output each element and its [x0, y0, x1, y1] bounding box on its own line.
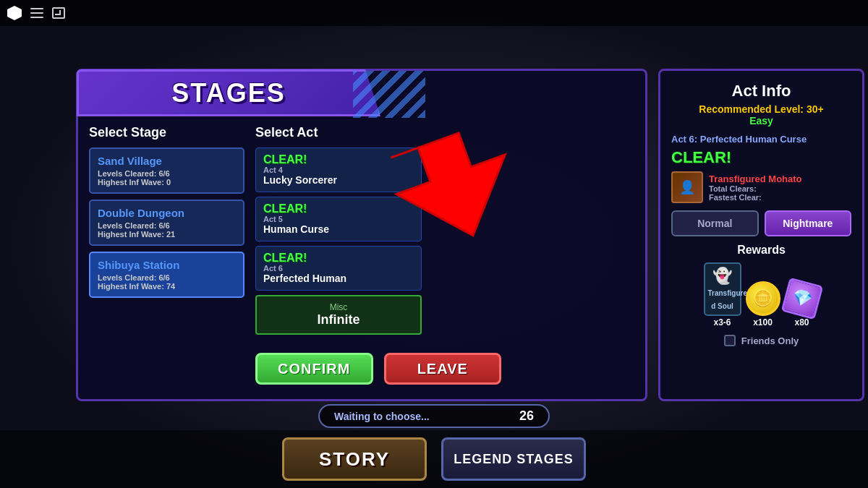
stage-stat-dd-wave: Highest Inf Wave: 21: [98, 230, 236, 239]
act-item-misc[interactable]: Misc Infinite: [255, 295, 422, 335]
leave-button[interactable]: LEAVE: [384, 353, 502, 385]
gem-icon: 💎: [780, 278, 823, 320]
act5-label: Act 5: [263, 215, 414, 223]
rewards-title: Rewards: [671, 244, 851, 257]
act4-name: Lucky Sorcerer: [263, 174, 414, 186]
stage-stat-dd-levels: Levels Cleared: 6/6: [98, 221, 236, 230]
confirm-button[interactable]: CONFIRM: [255, 353, 373, 385]
act-info-level: Recommended Level: 30+: [671, 103, 851, 115]
act-misc-label: Misc: [264, 302, 413, 312]
stages-title: STAGES: [171, 78, 285, 108]
grid-icon[interactable]: [52, 7, 65, 19]
act5-clear-badge: CLEAR!: [263, 203, 414, 215]
friends-only-row: Friends Only: [671, 335, 851, 346]
player-count: 26: [519, 408, 534, 424]
stage-name-shibuya: Shibuya Station: [98, 259, 236, 271]
stage-stat-sand-wave: Highest Inf Wave: 0: [98, 178, 236, 187]
enemy-row: 👤 Transfigured Mohato Total Clears: Fast…: [671, 171, 851, 203]
total-clears-label: Total Clears:: [709, 184, 802, 193]
top-bar: [0, 0, 868, 26]
soul-count: x3-6: [713, 317, 731, 328]
select-stage-label: Select Stage: [89, 125, 244, 140]
stages-header: STAGES: [77, 69, 380, 116]
act-list: Select Act CLEAR! Act 4 Lucky Sorcerer C…: [255, 125, 422, 339]
stage-stat-shibuya-levels: Levels Cleared: 6/6: [98, 273, 236, 282]
gold-icon: 🪙: [746, 281, 780, 316]
bottom-bar: STORY LEGEND STAGES: [0, 430, 868, 488]
act4-label: Act 4: [263, 166, 414, 174]
act5-name: Human Curse: [263, 223, 414, 235]
stage-list: Select Stage Sand Village Levels Cleared…: [89, 125, 244, 304]
act-info-difficulty: Easy: [671, 115, 851, 127]
hamburger-menu-icon[interactable]: [30, 8, 43, 18]
header-stripes-decoration: [353, 71, 425, 118]
gold-count: x100: [753, 317, 773, 328]
stage-name-double-dungeon: Double Dungeon: [98, 207, 236, 219]
soul-label: Transfigure d Soul: [708, 289, 747, 310]
enemy-info: Transfigured Mohato Total Clears: Fastes…: [709, 174, 802, 202]
story-button[interactable]: STORY: [282, 437, 427, 481]
stage-item-sand-village[interactable]: Sand Village Levels Cleared: 6/6 Highest…: [89, 147, 244, 194]
stage-item-shibuya[interactable]: Shibuya Station Levels Cleared: 6/6 High…: [89, 252, 244, 298]
act-info-clear: CLEAR!: [671, 148, 851, 167]
gem-count: x80: [794, 317, 809, 328]
soul-icon: 👻: [708, 267, 737, 286]
act6-label: Act 6: [263, 264, 414, 273]
stage-stat-sand-levels: Levels Cleared: 6/6: [98, 169, 236, 178]
select-act-label: Select Act: [255, 125, 422, 140]
reward-gem: 💎 x80: [785, 281, 820, 328]
rewards-row: 👻 Transfigure d Soul x3-6 🪙 x100 💎 x80: [671, 262, 851, 328]
act4-clear-badge: CLEAR!: [263, 154, 414, 166]
waiting-pill: Waiting to choose... 26: [318, 404, 550, 428]
act-misc-name: Infinite: [264, 312, 413, 328]
act-item-4[interactable]: CLEAR! Act 4 Lucky Sorcerer: [255, 147, 422, 192]
normal-difficulty-button[interactable]: Normal: [671, 210, 759, 236]
reward-soul: 👻 Transfigure d Soul x3-6: [704, 262, 741, 328]
action-buttons: CONFIRM LEAVE: [255, 353, 501, 385]
act-info-title: Act Info: [671, 82, 851, 100]
friends-only-label: Friends Only: [741, 335, 799, 346]
enemy-name: Transfigured Mohato: [709, 174, 802, 184]
rewards-section: Rewards 👻 Transfigure d Soul x3-6 🪙 x100…: [671, 244, 851, 328]
fastest-clear-label: Fastest Clear:: [709, 193, 802, 202]
difficulty-buttons: Normal Nightmare: [671, 210, 851, 236]
act6-name: Perfected Human: [263, 273, 414, 284]
enemy-avatar: 👤: [671, 171, 703, 203]
waiting-text: Waiting to choose...: [334, 411, 430, 422]
reward-gold: 🪙 x100: [746, 281, 780, 328]
soul-item: 👻 Transfigure d Soul: [704, 262, 741, 316]
stage-stat-shibuya-wave: Highest Inf Wave: 74: [98, 282, 236, 291]
roblox-logo-icon: [7, 6, 22, 20]
stages-panel: STAGES Select Stage Sand Village Levels …: [76, 69, 647, 401]
nightmare-difficulty-button[interactable]: Nightmare: [765, 210, 852, 236]
act-item-5[interactable]: CLEAR! Act 5 Human Curse: [255, 197, 422, 241]
friends-only-checkbox[interactable]: [724, 335, 736, 346]
stage-name-sand-village: Sand Village: [98, 155, 236, 167]
stage-item-double-dungeon[interactable]: Double Dungeon Levels Cleared: 6/6 Highe…: [89, 200, 244, 246]
legend-stages-button[interactable]: LEGEND STAGES: [441, 437, 586, 481]
act-item-6[interactable]: CLEAR! Act 6 Perfected Human: [255, 246, 422, 291]
act-info-panel: Act Info Recommended Level: 30+ Easy Act…: [658, 69, 864, 401]
act-info-act-name: Act 6: Perfected Human Curse: [671, 134, 851, 145]
act6-clear-badge: CLEAR!: [263, 252, 414, 264]
